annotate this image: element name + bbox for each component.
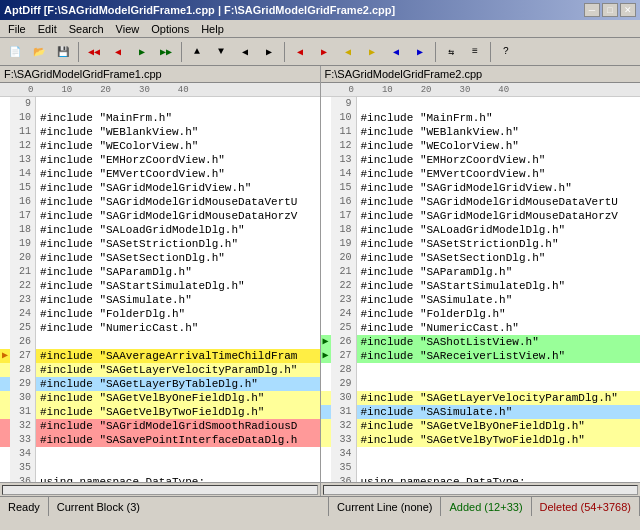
line-content: #include "FolderDlg.h" <box>36 307 320 321</box>
line-number: 31 <box>331 405 357 419</box>
left-hscroll[interactable] <box>0 482 320 496</box>
toolbar-nav-blue1[interactable]: ◀ <box>385 41 407 63</box>
status-deleted: Deleted (54+3768) <box>532 497 640 516</box>
toolbar-nav-red1[interactable]: ◀ <box>289 41 311 63</box>
menu-options[interactable]: Options <box>145 22 195 36</box>
menu-search[interactable]: Search <box>63 22 110 36</box>
line-content: #include "SAGetVelByOneFieldDlg.h" <box>357 419 641 433</box>
line-number: 20 <box>10 251 36 265</box>
change-marker <box>0 335 10 349</box>
menu-view[interactable]: View <box>110 22 146 36</box>
toolbar-help[interactable]: ? <box>495 41 517 63</box>
toolbar-compare[interactable]: ≡ <box>464 41 486 63</box>
line-content: #include "SALoadGridModelDlg.h" <box>357 223 641 237</box>
table-row: 31#include "SAGetVelByTwoFieldDlg.h" <box>0 405 320 419</box>
line-content <box>357 377 641 391</box>
toolbar-prev[interactable]: ◀ <box>107 41 129 63</box>
toolbar-down[interactable]: ▼ <box>210 41 232 63</box>
line-content: #include "SAGridModelGridMouseDataVertU <box>36 195 320 209</box>
line-content: #include "SASetSectionDlg.h" <box>36 251 320 265</box>
toolbar-up[interactable]: ▲ <box>186 41 208 63</box>
toolbar-open[interactable]: 📂 <box>28 41 50 63</box>
table-row: 18#include "SALoadGridModelDlg.h" <box>321 223 641 237</box>
line-content: #include "SAGetVelByTwoFieldDlg.h" <box>357 433 641 447</box>
change-marker <box>0 405 10 419</box>
toolbar-nav-blue2[interactable]: ▶ <box>409 41 431 63</box>
menu-file[interactable]: File <box>2 22 32 36</box>
change-marker <box>321 293 331 307</box>
table-row: 24#include "FolderDlg.h" <box>0 307 320 321</box>
close-button[interactable]: ✕ <box>620 3 636 17</box>
table-row: 36using namespace DataType; <box>0 475 320 482</box>
line-content: #include "SAGridModelGridMouseDataVertU <box>357 195 641 209</box>
toolbar-next-diff[interactable]: ▶▶ <box>155 41 177 63</box>
line-number: 30 <box>331 391 357 405</box>
toolbar-nav-yellow1[interactable]: ◀ <box>337 41 359 63</box>
line-number: 10 <box>331 111 357 125</box>
right-ruler: 0 10 20 30 40 <box>321 83 641 97</box>
table-row: 29#include "SAGetLayerByTableDlg.h" <box>0 377 320 391</box>
line-content: #include "EMVertCoordView.h" <box>357 167 641 181</box>
menu-edit[interactable]: Edit <box>32 22 63 36</box>
right-code-area[interactable]: 910#include "MainFrm.h"11#include "WEBla… <box>321 97 641 482</box>
toolbar-nav-red2[interactable]: ▶ <box>313 41 335 63</box>
table-row: 30#include "SAGetVelByOneFieldDlg.h" <box>0 391 320 405</box>
status-ready: Ready <box>0 497 49 516</box>
toolbar-prev-diff[interactable]: ◀◀ <box>83 41 105 63</box>
line-number: 30 <box>10 391 36 405</box>
toolbar-next[interactable]: ▶ <box>131 41 153 63</box>
line-number: 24 <box>10 307 36 321</box>
change-marker <box>0 139 10 153</box>
change-marker <box>0 391 10 405</box>
change-marker: ▶ <box>0 349 10 363</box>
line-number: 16 <box>10 195 36 209</box>
line-number: 26 <box>10 335 36 349</box>
minimize-button[interactable]: ─ <box>584 3 600 17</box>
table-row: 30#include "SAGetLayerVelocityParamDlg.h… <box>321 391 641 405</box>
menu-help[interactable]: Help <box>195 22 230 36</box>
change-marker <box>321 237 331 251</box>
line-content <box>357 461 641 475</box>
line-number: 9 <box>331 97 357 111</box>
line-number: 32 <box>10 419 36 433</box>
line-content: #include "SASimulate.h" <box>36 293 320 307</box>
change-marker <box>321 223 331 237</box>
table-row: 12#include "WEColorView.h" <box>321 139 641 153</box>
line-number: 9 <box>10 97 36 111</box>
line-content: #include "SAParamDlg.h" <box>36 265 320 279</box>
table-row: 14#include "EMVertCoordView.h" <box>321 167 641 181</box>
left-code-area[interactable]: 910#include "MainFrm.h"11#include "WEBla… <box>0 97 320 482</box>
line-number: 29 <box>10 377 36 391</box>
table-row: 34 <box>321 447 641 461</box>
menu-bar: File Edit Search View Options Help <box>0 20 640 38</box>
line-number: 19 <box>10 237 36 251</box>
change-marker <box>0 279 10 293</box>
toolbar-save[interactable]: 💾 <box>52 41 74 63</box>
table-row: 16#include "SAGridModelGridMouseDataVert… <box>0 195 320 209</box>
change-marker <box>321 251 331 265</box>
app-title: AptDiff [F:\SAGridModelGridFrame1.cpp | … <box>4 4 395 16</box>
toolbar-new[interactable]: 📄 <box>4 41 26 63</box>
toolbar-right[interactable]: ▶ <box>258 41 280 63</box>
change-marker <box>321 265 331 279</box>
change-marker <box>0 419 10 433</box>
toolbar-nav-yellow2[interactable]: ▶ <box>361 41 383 63</box>
line-content: #include "SAGetVelByOneFieldDlg.h" <box>36 391 320 405</box>
right-hscroll[interactable] <box>321 482 641 496</box>
line-content: using namespace DataType; <box>357 475 641 482</box>
line-number: 19 <box>331 237 357 251</box>
toolbar-sync[interactable]: ⇆ <box>440 41 462 63</box>
maximize-button[interactable]: □ <box>602 3 618 17</box>
toolbar-left[interactable]: ◀ <box>234 41 256 63</box>
table-row: 14#include "EMVertCoordView.h" <box>0 167 320 181</box>
line-number: 15 <box>10 181 36 195</box>
table-row: 36using namespace DataType; <box>321 475 641 482</box>
line-content: #include "SASimulate.h" <box>357 293 641 307</box>
line-number: 33 <box>10 433 36 447</box>
line-content: #include "SAGridModelGridSmoothRadiousD <box>36 419 320 433</box>
line-number: 28 <box>10 363 36 377</box>
line-number: 35 <box>10 461 36 475</box>
line-number: 14 <box>331 167 357 181</box>
line-number: 23 <box>10 293 36 307</box>
change-marker <box>321 167 331 181</box>
